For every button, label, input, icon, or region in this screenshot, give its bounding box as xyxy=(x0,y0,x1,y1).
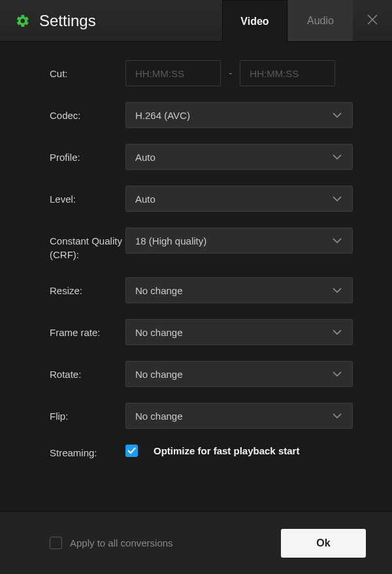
framerate-select[interactable]: No change xyxy=(125,319,353,345)
label-codec: Codec: xyxy=(50,102,125,122)
header: Settings Video Audio xyxy=(0,0,392,42)
resize-value: No change xyxy=(135,285,183,296)
label-resize: Resize: xyxy=(50,277,125,297)
page-title: Settings xyxy=(39,12,222,30)
row-codec: Codec: H.264 (AVC) xyxy=(50,102,353,128)
row-level: Level: Auto xyxy=(50,186,353,212)
streaming-checkbox[interactable] xyxy=(125,445,138,457)
row-streaming: Streaming: Optimize for fast playback st… xyxy=(50,445,353,460)
tab-video[interactable]: Video xyxy=(222,0,287,42)
chevron-down-icon xyxy=(333,413,342,418)
chevron-down-icon xyxy=(333,238,342,243)
chevron-down-icon xyxy=(333,112,342,118)
level-select[interactable]: Auto xyxy=(125,186,353,212)
codec-select[interactable]: H.264 (AVC) xyxy=(125,102,353,128)
tab-audio[interactable]: Audio xyxy=(287,0,353,41)
apply-wrap: Apply to all conversions xyxy=(50,537,281,549)
label-crf: Constant Quality (CRF): xyxy=(50,228,125,262)
flip-select[interactable]: No change xyxy=(125,403,353,429)
crf-select[interactable]: 18 (High quality) xyxy=(125,228,353,254)
close-button[interactable] xyxy=(365,12,380,27)
cut-end-input[interactable] xyxy=(240,60,335,86)
chevron-down-icon xyxy=(333,288,342,293)
close-icon xyxy=(367,14,378,25)
row-crf: Constant Quality (CRF): 18 (High quality… xyxy=(50,228,353,262)
flip-value: No change xyxy=(135,411,183,422)
profile-value: Auto xyxy=(135,152,155,163)
ok-button[interactable]: Ok xyxy=(281,529,366,558)
label-cut: Cut: xyxy=(50,60,125,80)
row-resize: Resize: No change xyxy=(50,277,353,303)
crf-value: 18 (High quality) xyxy=(135,235,206,246)
label-level: Level: xyxy=(50,186,125,206)
label-streaming: Streaming: xyxy=(50,445,125,460)
chevron-down-icon xyxy=(333,154,342,160)
footer: Apply to all conversions Ok xyxy=(0,511,392,574)
row-flip: Flip: No change xyxy=(50,403,353,429)
gear-icon xyxy=(16,14,30,28)
cut-dash: - xyxy=(229,67,232,79)
codec-value: H.264 (AVC) xyxy=(135,110,190,121)
apply-all-label: Apply to all conversions xyxy=(70,537,173,549)
tabs: Video Audio xyxy=(222,0,353,41)
cut-start-input[interactable] xyxy=(125,60,221,86)
chevron-down-icon xyxy=(333,196,342,201)
framerate-value: No change xyxy=(135,327,183,338)
streaming-label: Optimize for fast playback start xyxy=(154,445,299,456)
row-profile: Profile: Auto xyxy=(50,144,353,170)
settings-form: Cut: - Codec: H.264 (AVC) Profile: Auto … xyxy=(0,42,392,488)
apply-all-checkbox[interactable] xyxy=(50,537,62,549)
resize-select[interactable]: No change xyxy=(125,277,353,303)
rotate-select[interactable]: No change xyxy=(125,361,353,387)
row-framerate: Frame rate: No change xyxy=(50,319,353,345)
row-rotate: Rotate: No change xyxy=(50,361,353,387)
profile-select[interactable]: Auto xyxy=(125,144,353,170)
check-icon xyxy=(127,447,136,454)
label-profile: Profile: xyxy=(50,144,125,164)
label-flip: Flip: xyxy=(50,403,125,423)
level-value: Auto xyxy=(135,194,155,205)
rotate-value: No change xyxy=(135,369,183,380)
row-cut: Cut: - xyxy=(50,60,353,86)
chevron-down-icon xyxy=(333,371,342,377)
label-framerate: Frame rate: xyxy=(50,319,125,339)
label-rotate: Rotate: xyxy=(50,361,125,381)
chevron-down-icon xyxy=(333,329,342,335)
